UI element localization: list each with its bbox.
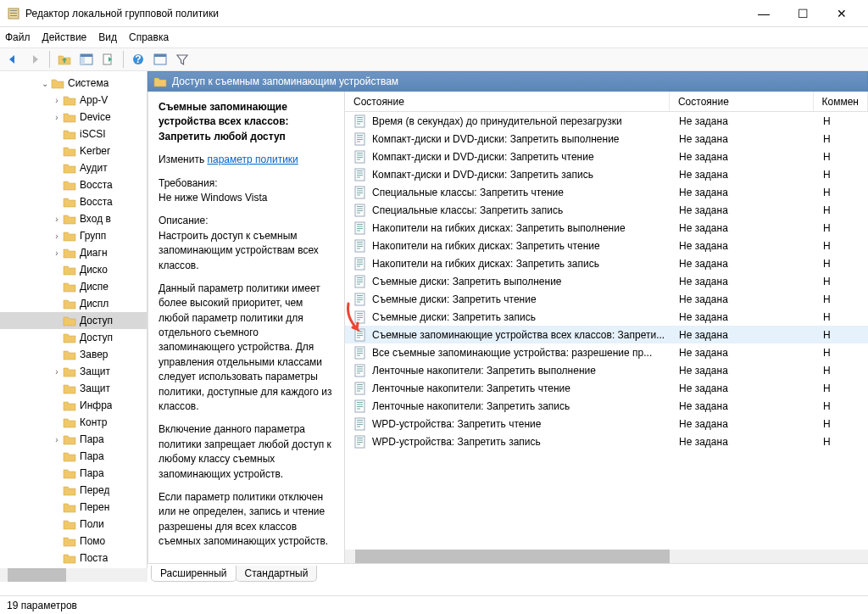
- policy-row[interactable]: Ленточные накопители: Запретить выполнен…: [345, 361, 868, 379]
- tree-pane[interactable]: СистемаApp-VDeviceiSCSIKerberАудитВосста…: [0, 71, 147, 582]
- chevron-down-icon[interactable]: [39, 79, 51, 88]
- svg-rect-91: [357, 390, 360, 391]
- policy-row[interactable]: Накопители на гибких дисках: Запретить в…: [345, 219, 868, 237]
- policy-row[interactable]: Компакт-диски и DVD-диски: Запретить зап…: [345, 165, 868, 183]
- menu-action[interactable]: Действие: [42, 31, 87, 43]
- up-button[interactable]: [55, 50, 74, 69]
- tree-label: Помо: [80, 535, 105, 547]
- tree-item[interactable]: Защит: [0, 363, 147, 380]
- svg-rect-45: [357, 228, 363, 229]
- tree-item[interactable]: Диспе: [0, 278, 147, 295]
- tree-item[interactable]: Пара: [0, 431, 147, 448]
- forward-button[interactable]: [25, 50, 44, 69]
- menu-file[interactable]: Файл: [5, 31, 31, 43]
- policy-state: Не задана: [670, 187, 815, 198]
- edit-policy-link[interactable]: параметр политики: [207, 154, 298, 165]
- tree-item[interactable]: Device: [0, 109, 147, 126]
- policy-row[interactable]: Специальные классы: Запретить записьНе з…: [345, 201, 868, 219]
- svg-rect-93: [357, 402, 363, 403]
- svg-rect-33: [357, 188, 363, 189]
- policy-row[interactable]: Съемные запоминающие устройства всех кла…: [345, 326, 868, 343]
- back-button[interactable]: [3, 50, 22, 69]
- policy-name: WPD-устройства: Запретить чтение: [372, 418, 541, 430]
- policy-row[interactable]: Все съемные запоминающие устройства: раз…: [345, 343, 868, 361]
- tree-item[interactable]: Перед: [0, 482, 147, 499]
- filter-button[interactable]: [173, 50, 192, 69]
- policy-row[interactable]: Время (в секундах) до принудительной пер…: [345, 112, 868, 130]
- policy-row[interactable]: Ленточные накопители: Запретить чтениеНе…: [345, 379, 868, 397]
- tree-item[interactable]: Поли: [0, 516, 147, 533]
- chevron-right-icon[interactable]: [51, 435, 63, 444]
- svg-rect-39: [357, 208, 363, 209]
- policy-row[interactable]: Компакт-диски и DVD-диски: Запретить вып…: [345, 130, 868, 148]
- col-state[interactable]: Состояние: [670, 92, 814, 111]
- col-name[interactable]: Состояние: [345, 92, 670, 111]
- tree-item[interactable]: Поста: [0, 550, 147, 567]
- chevron-right-icon[interactable]: [51, 113, 63, 122]
- col-comment[interactable]: Коммен: [814, 92, 868, 111]
- tree-item[interactable]: Диско: [0, 261, 147, 278]
- menu-view[interactable]: Вид: [98, 31, 117, 43]
- chevron-right-icon[interactable]: [51, 96, 63, 105]
- policy-row[interactable]: Специальные классы: Запретить чтениеНе з…: [345, 183, 868, 201]
- tree-item[interactable]: Восста: [0, 176, 147, 193]
- tree-item[interactable]: Групп: [0, 227, 147, 244]
- policy-row[interactable]: Ленточные накопители: Запретить записьНе…: [345, 397, 868, 415]
- policy-name: Съемные диски: Запретить запись: [372, 311, 536, 323]
- chevron-right-icon[interactable]: [51, 367, 63, 377]
- tree-item[interactable]: Контр: [0, 414, 147, 431]
- tree-item[interactable]: Завер: [0, 346, 147, 363]
- svg-rect-55: [357, 264, 363, 265]
- tree-root[interactable]: Система: [0, 75, 147, 92]
- export-button[interactable]: [99, 50, 118, 69]
- policy-name: Ленточные накопители: Запретить запись: [372, 400, 570, 412]
- minimize-button[interactable]: —: [744, 1, 783, 26]
- tree-hscrollbar[interactable]: [0, 568, 147, 582]
- properties-button[interactable]: [151, 50, 170, 69]
- tree-item[interactable]: iSCSI: [0, 126, 147, 142]
- policy-row[interactable]: Съемные диски: Запретить записьНе задана…: [345, 308, 868, 326]
- tree-item[interactable]: Аудит: [0, 159, 147, 176]
- close-button[interactable]: ✕: [822, 1, 861, 26]
- svg-rect-11: [154, 54, 166, 57]
- svg-rect-90: [357, 388, 363, 389]
- tree-item[interactable]: Перен: [0, 499, 147, 516]
- tree-item[interactable]: Защит: [0, 380, 147, 397]
- list-body[interactable]: Время (в секундах) до принудительной пер…: [345, 112, 868, 550]
- tree-item[interactable]: Восста: [0, 193, 147, 210]
- tree-item[interactable]: Вход в: [0, 210, 147, 227]
- help-button[interactable]: ?: [129, 50, 147, 69]
- chevron-right-icon[interactable]: [51, 248, 63, 258]
- tree-item[interactable]: App-V: [0, 92, 147, 109]
- chevron-right-icon[interactable]: [51, 232, 63, 241]
- tree-item[interactable]: Пара: [0, 465, 147, 482]
- tree-item[interactable]: Диспл: [0, 295, 147, 312]
- tree-item[interactable]: Kerber: [0, 142, 147, 159]
- pane-header: Доступ к съемным запоминающим устройства…: [147, 71, 868, 92]
- policy-row[interactable]: Съемные диски: Запретить выполнениеНе за…: [345, 272, 868, 290]
- policy-comment: Н: [815, 311, 868, 323]
- show-hide-tree-button[interactable]: [77, 50, 96, 69]
- tree-item[interactable]: Пара: [0, 448, 147, 465]
- policy-name: Съемные диски: Запретить выполнение: [372, 276, 562, 287]
- tab-extended[interactable]: Расширенный: [151, 566, 236, 582]
- tree-item[interactable]: Диагн: [0, 244, 147, 261]
- tree-item[interactable]: Доступ: [0, 312, 147, 329]
- list-hscrollbar[interactable]: [345, 550, 868, 563]
- statusbar: 19 параметров: [0, 595, 868, 614]
- tree-item[interactable]: Помо: [0, 533, 147, 550]
- policy-row[interactable]: Компакт-диски и DVD-диски: Запретить чте…: [345, 148, 868, 165]
- tab-standard[interactable]: Стандартный: [236, 566, 318, 582]
- menu-help[interactable]: Справка: [129, 31, 169, 43]
- maximize-button[interactable]: ☐: [783, 1, 822, 26]
- policy-row[interactable]: WPD-устройства: Запретить чтениеНе задан…: [345, 415, 868, 433]
- policy-row[interactable]: Накопители на гибких дисках: Запретить з…: [345, 254, 868, 272]
- policy-row[interactable]: Съемные диски: Запретить чтениеНе задана…: [345, 290, 868, 308]
- tree-item[interactable]: Инфра: [0, 397, 147, 414]
- svg-rect-14: [357, 119, 363, 120]
- policy-row[interactable]: Накопители на гибких дисках: Запретить ч…: [345, 237, 868, 254]
- tree-item[interactable]: Доступ: [0, 329, 147, 346]
- menubar: Файл Действие Вид Справка: [0, 27, 868, 47]
- policy-row[interactable]: WPD-устройства: Запретить записьНе задан…: [345, 433, 868, 450]
- chevron-right-icon[interactable]: [51, 215, 63, 224]
